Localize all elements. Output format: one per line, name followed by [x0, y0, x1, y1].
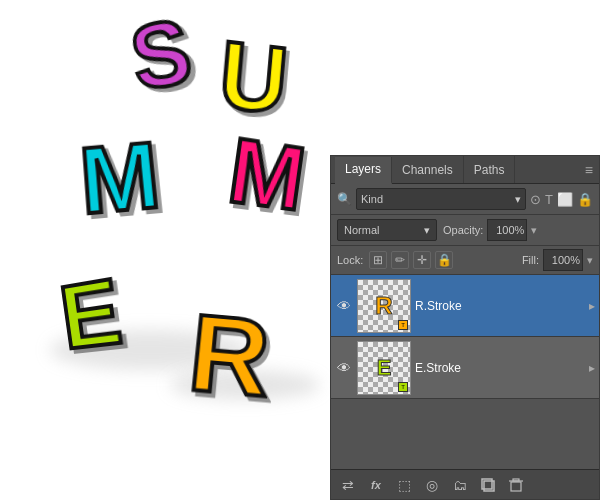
- layers-panel: Layers Channels Paths ≡ 🔍 Kind ▾ ⊙ T ⬜ 🔒…: [330, 155, 600, 500]
- fill-input[interactable]: 100%: [543, 249, 583, 271]
- panel-tabs: Layers Channels Paths ≡: [331, 156, 599, 184]
- opacity-label: Opacity:: [443, 224, 483, 236]
- layer-type-icon-e: T: [398, 382, 408, 392]
- tab-channels[interactable]: Channels: [392, 156, 464, 183]
- fill-arrow[interactable]: ▾: [587, 254, 593, 267]
- tab-paths[interactable]: Paths: [464, 156, 516, 183]
- lock-row: Lock: ⊞ ✏ ✛ 🔒 Fill: 100% ▾: [331, 246, 599, 275]
- search-icon: 🔍: [337, 192, 352, 206]
- fill-label: Fill:: [522, 254, 539, 266]
- filter-icons: ⊙ T ⬜ 🔒: [530, 192, 593, 207]
- lock-icon-pixel[interactable]: ⊞: [369, 251, 387, 269]
- thumb-letter-r: R: [375, 292, 392, 320]
- letter-u: U: [215, 26, 291, 127]
- letter-e: E: [55, 265, 126, 362]
- lock-icon-draw[interactable]: ✏: [391, 251, 409, 269]
- layers-list: 👁 R T R.Stroke ▸ 👁 E T E.Stroke ▸: [331, 275, 599, 469]
- layer-collapse-r[interactable]: ▸: [589, 299, 595, 313]
- layer-thumb-r: R T: [357, 279, 411, 333]
- letter-m2: M: [224, 124, 311, 224]
- filter-icon-lock[interactable]: 🔒: [577, 192, 593, 207]
- opacity-arrow[interactable]: ▾: [531, 224, 537, 237]
- lock-icon-move[interactable]: ✛: [413, 251, 431, 269]
- fill-row: Fill: 100% ▾: [522, 249, 593, 271]
- opacity-row: Opacity: 100% ▾: [443, 219, 537, 241]
- layer-info-r: R.Stroke: [415, 299, 585, 313]
- layer-name-e: E.Stroke: [415, 361, 585, 375]
- filter-row: 🔍 Kind ▾ ⊙ T ⬜ 🔒: [331, 184, 599, 215]
- lock-label: Lock:: [337, 254, 363, 266]
- panel-bottom-toolbar: ⇄ fx ⬚ ◎ 🗂: [331, 469, 599, 499]
- delete-icon[interactable]: [505, 474, 527, 496]
- lock-icons-group: ⊞ ✏ ✛ 🔒: [369, 251, 453, 269]
- blend-mode-dropdown[interactable]: Normal ▾: [337, 219, 437, 241]
- group-icon[interactable]: 🗂: [449, 474, 471, 496]
- lock-icon-all[interactable]: 🔒: [435, 251, 453, 269]
- layer-collapse-e[interactable]: ▸: [589, 361, 595, 375]
- blend-mode-arrow: ▾: [424, 224, 430, 237]
- letter-s: S: [125, 4, 198, 103]
- mask-icon[interactable]: ⬚: [393, 474, 415, 496]
- filter-icon-text[interactable]: T: [545, 192, 553, 207]
- svg-rect-2: [511, 482, 521, 491]
- kind-dropdown[interactable]: Kind ▾: [356, 188, 526, 210]
- link-icon[interactable]: ⇄: [337, 474, 359, 496]
- layer-thumb-e: E T: [357, 341, 411, 395]
- filter-icon-circle[interactable]: ⊙: [530, 192, 541, 207]
- new-layer-icon[interactable]: [477, 474, 499, 496]
- kind-dropdown-arrow: ▾: [515, 193, 521, 206]
- layer-info-e: E.Stroke: [415, 361, 585, 375]
- fx-icon[interactable]: fx: [365, 474, 387, 496]
- layer-e-stroke[interactable]: 👁 E T E.Stroke ▸: [331, 337, 599, 399]
- panel-menu-icon[interactable]: ≡: [585, 162, 593, 178]
- eye-icon-e[interactable]: 👁: [335, 360, 353, 376]
- blend-row: Normal ▾ Opacity: 100% ▾: [331, 215, 599, 246]
- tab-layers[interactable]: Layers: [335, 157, 392, 184]
- thumb-letter-e: E: [377, 355, 392, 381]
- adjustment-icon[interactable]: ◎: [421, 474, 443, 496]
- svg-rect-4: [513, 479, 519, 481]
- eye-icon-r[interactable]: 👁: [335, 298, 353, 314]
- opacity-input[interactable]: 100%: [487, 219, 527, 241]
- letter-r: R: [184, 298, 273, 414]
- layer-name-r: R.Stroke: [415, 299, 585, 313]
- layer-r-stroke[interactable]: 👁 R T R.Stroke ▸: [331, 275, 599, 337]
- letter-m: M: [77, 128, 164, 229]
- filter-icon-rect[interactable]: ⬜: [557, 192, 573, 207]
- layer-type-icon-r: T: [398, 320, 408, 330]
